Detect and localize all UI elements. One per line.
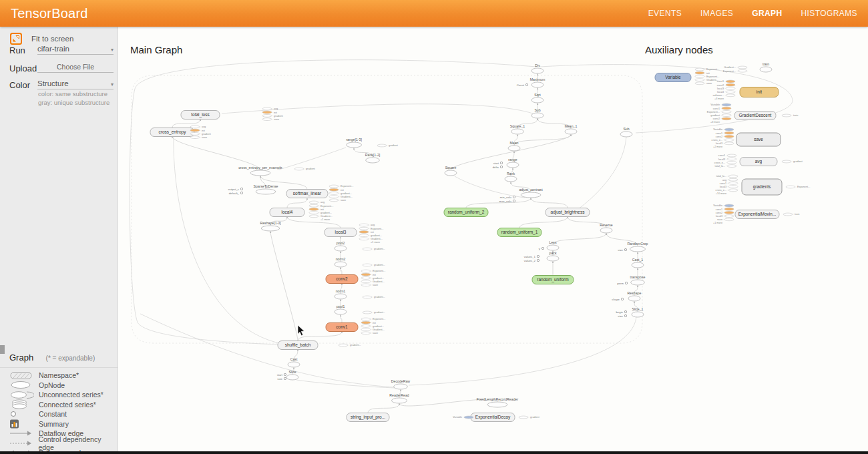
- graph-node-square_1[interactable]: Square_1: [510, 124, 525, 135]
- graph-node-graddesc[interactable]: GradientDescent: [734, 111, 776, 120]
- svg-text:Exponent...: Exponent...: [723, 70, 736, 73]
- tab-graph[interactable]: GRAPH: [752, 9, 782, 18]
- graph-node-random_uniform[interactable]: random_uniform: [532, 276, 574, 284]
- graph-node-random_uniform_2[interactable]: random_uniform_2: [444, 208, 488, 217]
- graph-node-randomcrop[interactable]: RandomCrop: [628, 242, 648, 252]
- graph-node-exp_decay[interactable]: ExponentialDecay: [471, 413, 515, 422]
- graph-node-save_aux[interactable]: save: [736, 133, 781, 146]
- graph-node-mean_1[interactable]: Mean_1: [565, 124, 578, 135]
- graph-node-c_def[interactable]: default_: [229, 192, 243, 195]
- graph-node-avg_aux[interactable]: avg: [740, 158, 777, 166]
- scrollbar-thumb[interactable]: [0, 345, 5, 354]
- color-select[interactable]: Structure ▾: [37, 79, 114, 89]
- aux-nodes-title: Auxiliary nodes: [645, 44, 713, 55]
- graph-node-sub[interactable]: Sub: [531, 108, 544, 119]
- graph-node-cdelta[interactable]: delta: [493, 166, 503, 169]
- svg-text:gradient...: gradient...: [350, 344, 361, 347]
- svg-text:train: train: [763, 62, 769, 66]
- graph-node-expmov[interactable]: ExponentialMovin...: [735, 210, 779, 219]
- graph-node-pack[interactable]: pack: [547, 251, 559, 262]
- graph-node-variable_aux[interactable]: Variable: [655, 73, 691, 82]
- svg-text:gradient...: gradient...: [374, 248, 385, 250]
- graph-node-c_out[interactable]: output_s: [228, 188, 243, 191]
- graph-node-slice_1[interactable]: Slice_1: [632, 307, 644, 318]
- graph-node-cmax[interactable]: Const: [517, 83, 528, 87]
- graph-node-adjust_contrast[interactable]: adjust_contrast: [519, 188, 543, 198]
- graph-node-csize_rc[interactable]: size: [618, 248, 626, 252]
- graph-node-range_r[interactable]: range: [507, 158, 519, 168]
- graph-node-cmaxv[interactable]: max_valu: [499, 200, 515, 203]
- svg-text:total_loss: total_loss: [191, 112, 210, 118]
- tab-images[interactable]: IMAGES: [700, 9, 733, 18]
- graph-node-csize_l[interactable]: size: [277, 377, 286, 381]
- graph-node-random_uniform_1[interactable]: random_uniform_1: [497, 228, 541, 237]
- svg-text:local4: local4: [282, 210, 293, 214]
- graph-node-cross_entropy[interactable]: cross_entropy: [150, 128, 194, 137]
- graph-node-shuffle_batch[interactable]: shuffle_batch: [278, 341, 318, 350]
- graph-node-conv1[interactable]: conv1: [326, 323, 358, 332]
- graph-node-softmax_linear[interactable]: softmax_linear: [286, 190, 328, 198]
- choose-file-button[interactable]: Choose File: [37, 62, 114, 73]
- tab-events[interactable]: EVENTS: [648, 9, 682, 18]
- graph-node-cv2[interactable]: values_2: [524, 259, 539, 262]
- graph-node-reshape13[interactable]: Reshape[1-3]: [260, 221, 281, 232]
- graph-node-readerread[interactable]: ReaderRead: [389, 393, 409, 404]
- svg-text:cross_entropy: cross_entropy: [159, 130, 187, 135]
- graph-node-total_loss[interactable]: total_loss: [181, 111, 220, 120]
- graph-node-local3[interactable]: local3: [324, 228, 357, 237]
- graph-node-div[interactable]: Div: [531, 63, 544, 74]
- graph-node-cast_1[interactable]: Cast_1: [632, 258, 644, 268]
- graph-node-init_aux[interactable]: init: [740, 87, 779, 97]
- svg-text:Const: Const: [517, 83, 525, 87]
- graph-node-local4[interactable]: local4: [270, 208, 304, 217]
- graph-node-rank12[interactable]: Rank[1-2]: [365, 153, 381, 164]
- graph-node-norm2[interactable]: norm2: [335, 257, 347, 268]
- graph-node-square[interactable]: Square: [445, 166, 457, 176]
- graph-node-range13[interactable]: range[1-3]: [346, 138, 362, 148]
- svg-text:range[1-3]: range[1-3]: [346, 138, 362, 142]
- graph-node-rank_r[interactable]: Rank: [505, 172, 517, 182]
- graph-node-reverse[interactable]: Reverse: [600, 223, 612, 234]
- graph-node-decoderaw[interactable]: DecodeRaw: [391, 379, 411, 390]
- graph-node-adjust_brightness[interactable]: adjust_brightness: [546, 208, 590, 217]
- graph-node-cperm[interactable]: perm: [617, 282, 627, 285]
- fit-to-screen-label[interactable]: Fit to screen: [31, 35, 73, 43]
- graph-node-cstart_l[interactable]: start: [277, 373, 286, 377]
- graph-node-sub_r[interactable]: Sub: [620, 127, 632, 138]
- graph-node-sparse[interactable]: SparseToDense: [254, 184, 278, 195]
- run-select[interactable]: cifar-train ▾: [37, 45, 114, 55]
- graph-node-mean[interactable]: Mean: [508, 141, 520, 152]
- graph-node-pool2[interactable]: pool2: [335, 241, 347, 252]
- graph-node-gradients_aux[interactable]: gradients: [742, 179, 782, 195]
- color-help: color: same substructure gray: unique su…: [38, 90, 110, 107]
- tab-histograms[interactable]: HISTOGRAMS: [801, 9, 857, 18]
- graph-node-norm1[interactable]: norm1: [335, 289, 347, 300]
- graph-node-sqrt[interactable]: Sqrt: [531, 93, 544, 103]
- svg-text:default_: default_: [229, 192, 240, 195]
- graph-node-cshape[interactable]: shape: [612, 298, 623, 301]
- graph-node-cepe[interactable]: cross_entropy_per_example: [238, 166, 282, 176]
- graph-canvas[interactable]: total_losscross_entropysoftmax_linearloc…: [118, 27, 868, 451]
- graph-node-reshape_r[interactable]: Reshape: [628, 291, 642, 302]
- svg-text:Exponent...: Exponent...: [797, 186, 810, 188]
- svg-text:conv2: conv2: [717, 84, 724, 87]
- graph-node-cast_l[interactable]: Cast: [288, 357, 300, 368]
- graph-node-cy[interactable]: y: [539, 247, 544, 250]
- graph-node-cbegin[interactable]: begin: [616, 310, 626, 314]
- svg-text:pack: pack: [550, 251, 557, 255]
- graph-node-cstart[interactable]: start: [493, 162, 503, 165]
- svg-text:y: y: [539, 247, 541, 250]
- graph-node-train_aux[interactable]: train: [760, 62, 772, 73]
- satellite-group: Exponent...initgradient...Gradient...sav…: [361, 318, 385, 334]
- satellite-group: Variableconv1Exponent...gradientconv2+3 …: [707, 103, 731, 124]
- graph-node-slice_l[interactable]: Slice: [286, 370, 298, 381]
- graph-node-cv1[interactable]: values_1: [524, 255, 539, 258]
- graph-node-maximum[interactable]: Maximum: [530, 77, 545, 88]
- graph-node-csize_s1[interactable]: size: [618, 314, 626, 318]
- graph-node-conv2[interactable]: conv2: [326, 275, 358, 284]
- fit-to-screen-icon[interactable]: [9, 32, 23, 45]
- graph-node-transpose[interactable]: transpose: [630, 275, 646, 286]
- graph-node-flrr[interactable]: FixedLengthRecordReader: [477, 397, 519, 408]
- graph-node-pool1[interactable]: pool1: [335, 304, 347, 315]
- graph-node-string_input[interactable]: string_input_pro...: [347, 413, 389, 422]
